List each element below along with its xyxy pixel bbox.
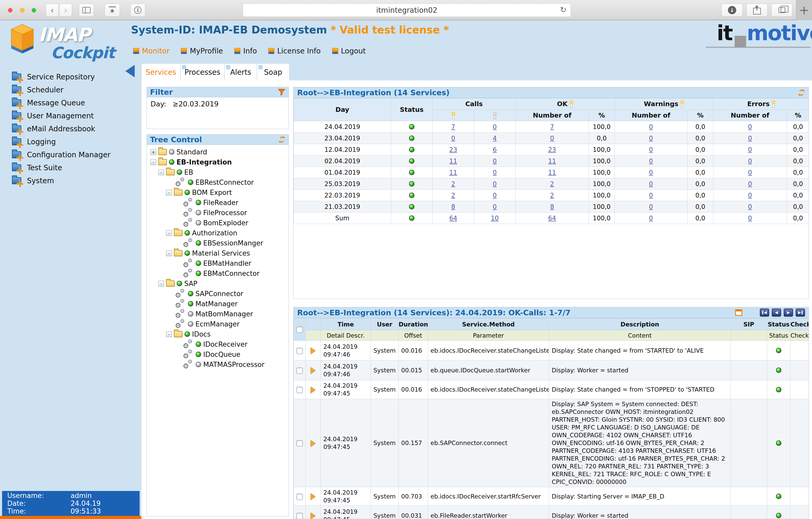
tree-node-fileprocessor[interactable]: FileProcessor — [147, 208, 289, 218]
expand-row-icon[interactable] — [311, 387, 316, 394]
back-button[interactable]: ‹ — [46, 4, 59, 17]
collapse-sidebar-arrow[interactable] — [125, 65, 135, 77]
value-link[interactable]: 0 — [493, 180, 497, 188]
expand-row-icon[interactable] — [311, 513, 316, 519]
value-link[interactable]: 11 — [449, 157, 457, 165]
expand-row-icon[interactable] — [311, 367, 316, 374]
value-link[interactable]: 0 — [649, 146, 653, 153]
tree-node-matbommanager[interactable]: MatBomManager — [147, 309, 289, 319]
previous-page-button[interactable]: ◀ — [772, 309, 781, 317]
tree-node-idocreceiver[interactable]: IDocReceiver — [147, 339, 289, 349]
address-bar[interactable]: itmintegration02 ↻ — [243, 3, 571, 17]
tree-node-bom-export[interactable]: -BOM Export — [147, 188, 289, 198]
value-link[interactable]: 0 — [649, 203, 653, 210]
sidebar-item-scheduler[interactable]: Scheduler — [0, 83, 141, 96]
new-tab-button[interactable]: + — [796, 0, 812, 20]
value-link[interactable]: 0 — [451, 135, 455, 142]
tree-node-bomexploder[interactable]: BomExploder — [147, 218, 289, 228]
menu-item-license-info[interactable]: License Info — [268, 47, 320, 55]
tree-node-eb-integration[interactable]: -EB-Integration — [147, 157, 289, 167]
value-link[interactable]: 0 — [649, 157, 653, 165]
value-link[interactable]: 8 — [550, 203, 554, 210]
favorites-button[interactable]: ★ — [105, 4, 120, 17]
menu-item-info[interactable]: Info — [234, 47, 257, 55]
tree-node-eb[interactable]: -EB — [147, 167, 289, 177]
value-link[interactable]: 6 — [493, 146, 497, 153]
menu-item-logout[interactable]: Logout — [332, 47, 366, 55]
value-link[interactable]: 0 — [748, 146, 752, 153]
collapse-icon[interactable]: - — [166, 230, 172, 236]
tree-node-ebmathandler[interactable]: EBMatHandler — [147, 258, 289, 268]
value-link[interactable]: 8 — [451, 203, 455, 210]
value-link[interactable]: 64 — [548, 214, 556, 222]
calls-refresh-icon[interactable] — [798, 89, 805, 96]
sidebar-item-configuration-manager[interactable]: Configuration Manager — [0, 148, 141, 161]
open-window-icon[interactable] — [735, 309, 742, 316]
filter-funnel-icon[interactable] — [278, 88, 286, 96]
tree-node-standard[interactable]: +Standard — [147, 147, 289, 157]
value-link[interactable]: 4 — [493, 135, 497, 142]
tree-refresh-icon[interactable] — [278, 136, 286, 144]
sidebar-item-system[interactable]: System — [0, 174, 141, 187]
value-link[interactable]: 0 — [649, 192, 653, 199]
reload-icon[interactable]: ↻ — [560, 5, 567, 14]
select-all-checkbox[interactable] — [296, 326, 303, 333]
menu-item-monitor[interactable]: Monitor — [133, 47, 170, 55]
minimize-window-button[interactable] — [20, 8, 24, 12]
sidebar-toggle-button[interactable] — [79, 4, 94, 17]
collapse-icon[interactable]: - — [166, 251, 172, 256]
row-checkbox[interactable] — [296, 494, 303, 500]
value-link[interactable]: 0 — [649, 123, 653, 131]
collapse-icon[interactable]: - — [150, 159, 156, 165]
tree-node-ebsessionmanger[interactable]: EBSessionManger — [147, 238, 289, 248]
last-page-button[interactable]: ▶ — [796, 309, 805, 317]
tree-node-ebmatconnector[interactable]: EBMatConnector — [147, 268, 289, 279]
tree-node-sap[interactable]: -SAP — [147, 279, 289, 289]
sidebar-item-message-queue[interactable]: Message Queue — [0, 96, 141, 109]
tab-alerts[interactable]: Alerts — [225, 64, 257, 81]
collapse-icon[interactable]: - — [158, 169, 164, 175]
value-link[interactable]: 0 — [649, 169, 653, 176]
tree-node-sapconnector[interactable]: SAPConnector — [147, 289, 289, 299]
collapse-icon[interactable]: - — [158, 281, 164, 287]
sidebar-item-email-addressbook[interactable]: eMail Addressbook — [0, 122, 141, 135]
value-link[interactable]: 2 — [451, 180, 455, 188]
value-link[interactable]: 7 — [451, 123, 455, 131]
row-checkbox[interactable] — [296, 513, 303, 519]
value-link[interactable]: 0 — [649, 214, 653, 222]
tree-node-idocqueue[interactable]: IDocQueue — [147, 349, 289, 359]
value-link[interactable]: 64 — [449, 214, 457, 222]
value-link[interactable]: 0 — [748, 123, 752, 131]
value-link[interactable]: 0 — [748, 180, 752, 188]
collapse-icon[interactable]: - — [166, 331, 172, 337]
row-checkbox[interactable] — [296, 348, 303, 354]
value-link[interactable]: 11 — [548, 169, 556, 176]
expand-row-icon[interactable] — [311, 347, 316, 354]
value-link[interactable]: 0 — [748, 214, 752, 222]
value-link[interactable]: 0 — [748, 203, 752, 210]
value-link[interactable]: 0 — [550, 135, 554, 142]
zoom-window-button[interactable] — [32, 8, 36, 12]
value-link[interactable]: 0 — [748, 169, 752, 176]
value-link[interactable]: 0 — [748, 135, 752, 142]
row-checkbox[interactable] — [296, 368, 303, 374]
row-checkbox[interactable] — [296, 440, 303, 446]
tab-soap[interactable]: Soap — [257, 64, 289, 81]
tree-node-idocs[interactable]: -IDocs — [147, 329, 289, 339]
value-link[interactable]: 23 — [449, 146, 457, 153]
tab-overview-button[interactable] — [771, 4, 792, 17]
sidebar-item-service-repository[interactable]: Service Repository — [0, 70, 141, 83]
downloads-button[interactable]: ↓ — [721, 4, 743, 17]
expand-icon[interactable]: + — [150, 149, 156, 155]
tree-node-ecmmanager[interactable]: EcmManager — [147, 319, 289, 329]
value-link[interactable]: 2 — [550, 192, 554, 199]
value-link[interactable]: 0 — [493, 169, 497, 176]
tree-node-filereader[interactable]: FileReader — [147, 198, 289, 208]
close-window-button[interactable] — [8, 8, 12, 12]
tree-node-matmasprocessor[interactable]: MATMASProcessor — [147, 359, 289, 370]
next-page-button[interactable]: ▶ — [784, 309, 793, 317]
value-link[interactable]: 0 — [748, 192, 752, 199]
forward-button[interactable]: › — [59, 4, 72, 17]
value-link[interactable]: 2 — [550, 180, 554, 188]
value-link[interactable]: 0 — [493, 203, 497, 210]
